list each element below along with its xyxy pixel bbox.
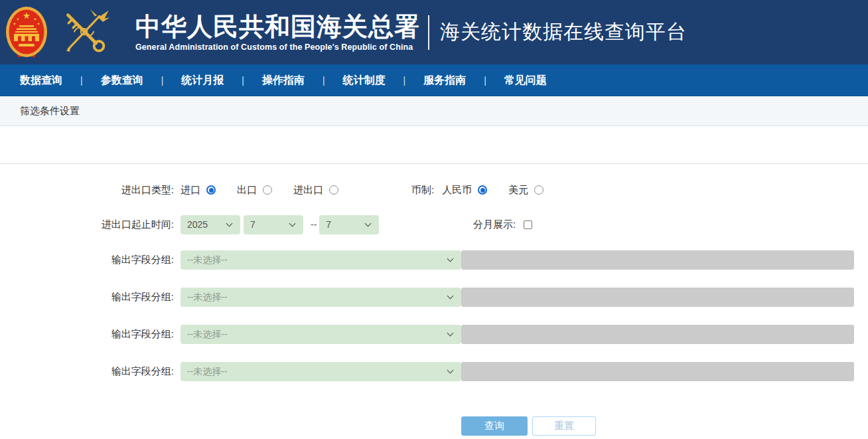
- output-group-controls: --未选择--: [181, 250, 854, 270]
- output-group-label: 输出字段分组:: [0, 365, 174, 378]
- radio-export[interactable]: [263, 185, 272, 195]
- output-group-select-3[interactable]: --未选择--: [181, 325, 461, 344]
- nav-separator: |: [323, 75, 325, 86]
- output-group-label: 输出字段分组:: [0, 254, 174, 266]
- nav-item-faq[interactable]: 常见问题: [504, 74, 547, 88]
- nav-separator: |: [161, 75, 164, 86]
- monthly-display-label: 分月展示:: [473, 219, 516, 231]
- nav-item-service-guide[interactable]: 服务指南: [423, 74, 466, 88]
- form-row-output-group-2: 输出字段分组: --未选择--: [0, 288, 868, 307]
- currency-label: 币制:: [411, 184, 434, 197]
- output-values-box-1: [461, 250, 854, 270]
- org-title-block: 中华人民共和国海关总署 General Administration of Cu…: [135, 13, 420, 52]
- radio-option-import-export[interactable]: 进出口: [293, 184, 338, 197]
- radio-import-export[interactable]: [329, 185, 338, 195]
- national-emblem-icon: [5, 6, 48, 59]
- radio-option-import[interactable]: 进口: [181, 184, 216, 197]
- form-actions: 查询 重置: [0, 416, 868, 436]
- radio-option-export[interactable]: 出口: [237, 184, 272, 197]
- page-title: 筛选条件设置: [20, 105, 80, 118]
- start-month-select[interactable]: 7: [244, 215, 303, 234]
- start-year-select[interactable]: 2025: [181, 215, 240, 234]
- main-nav: 数据查询 | 参数查询 | 统计月报 | 操作指南 | 统计制度 | 服务指南 …: [0, 64, 868, 96]
- monthly-display-group: 分月展示:: [473, 215, 532, 234]
- output-group-label: 输出字段分组:: [0, 291, 174, 304]
- date-range-label: 进出口起止时间:: [0, 219, 174, 231]
- reset-button[interactable]: 重置: [532, 416, 596, 436]
- radio-import[interactable]: [206, 185, 216, 195]
- nav-separator: |: [403, 75, 406, 86]
- nav-separator: |: [80, 75, 83, 86]
- output-group-controls: --未选择--: [181, 325, 854, 344]
- monthly-display-checkbox[interactable]: [524, 220, 532, 229]
- form-row-output-group-3: 输出字段分组: --未选择--: [0, 325, 868, 344]
- filter-form: 进出口类型: 进口 出口 进出口 币制: 人民币: [0, 180, 868, 436]
- output-group-select-4[interactable]: --未选择--: [181, 362, 461, 381]
- radio-option-rmb[interactable]: 人民币: [442, 184, 487, 197]
- nav-item-param-query[interactable]: 参数查询: [101, 74, 143, 88]
- nav-separator: |: [242, 75, 244, 86]
- filter-panel: 进出口类型: 进口 出口 进出口 币制: 人民币: [0, 126, 868, 436]
- nav-item-statistical-system[interactable]: 统计制度: [343, 74, 386, 88]
- form-row-trade-type: 进出口类型: 进口 出口 进出口 币制: 人民币: [0, 180, 868, 200]
- output-values-box-2: [461, 288, 854, 307]
- date-range-separator: --: [311, 219, 317, 230]
- nav-separator: |: [484, 75, 486, 86]
- currency-radio-group: 币制: 人民币 美元: [411, 180, 565, 200]
- query-button[interactable]: 查询: [461, 416, 528, 436]
- output-group-controls: --未选择--: [181, 288, 854, 307]
- nav-item-data-query[interactable]: 数据查询: [20, 74, 62, 88]
- output-group-select-2[interactable]: --未选择--: [181, 288, 461, 307]
- nav-item-operation-guide[interactable]: 操作指南: [262, 74, 305, 88]
- output-group-label: 输出字段分组:: [0, 328, 174, 341]
- output-group-controls: --未选择--: [181, 362, 854, 381]
- form-row-output-group-4: 输出字段分组: --未选择--: [0, 362, 868, 381]
- form-row-date-range: 进出口起止时间: 2025 7 -- 7 分月展示:: [0, 215, 868, 234]
- trade-type-radio-group: 进口 出口 进出口: [181, 184, 360, 197]
- output-values-box-3: [461, 325, 854, 344]
- form-row-output-group-1: 输出字段分组: --未选择--: [0, 250, 868, 270]
- radio-usd[interactable]: [534, 185, 543, 195]
- org-title-cn: 中华人民共和国海关总署: [135, 13, 420, 41]
- radio-option-usd[interactable]: 美元: [508, 184, 543, 197]
- nav-item-monthly-report[interactable]: 统计月报: [181, 74, 224, 88]
- header-divider: [428, 15, 429, 50]
- date-range-controls: 2025 7 -- 7: [181, 215, 382, 234]
- org-title-en: General Administration of Customs of the…: [135, 43, 420, 52]
- output-group-select-1[interactable]: --未选择--: [181, 250, 461, 270]
- panel-divider: [0, 126, 868, 164]
- output-values-box-4: [461, 362, 854, 381]
- radio-rmb[interactable]: [478, 185, 487, 195]
- app-header: 中华人民共和国海关总署 General Administration of Cu…: [0, 0, 868, 64]
- platform-title: 海关统计数据在线查询平台: [440, 19, 687, 46]
- end-month-select[interactable]: 7: [319, 215, 379, 234]
- trade-type-label: 进出口类型:: [0, 184, 174, 197]
- customs-key-caduceus-icon: [57, 7, 111, 58]
- breadcrumb-bar: 筛选条件设置: [0, 96, 868, 126]
